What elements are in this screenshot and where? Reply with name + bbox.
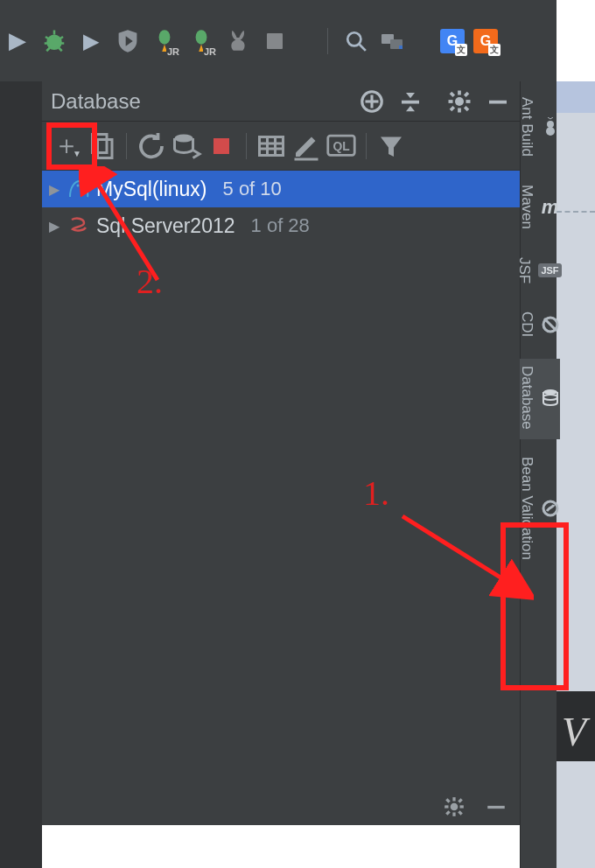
edit-button[interactable] xyxy=(290,130,322,162)
scroll-from-source-button[interactable] xyxy=(359,88,385,115)
minimize-button[interactable] xyxy=(485,88,511,115)
datasource-tree: ▶ MySql(linux) 5 of 10 ▶ Sql Server2012 … xyxy=(42,171,520,244)
collapse-all-button[interactable] xyxy=(397,88,424,115)
rail-tab-ant[interactable]: Ant Build xyxy=(518,90,560,167)
toolbar-separator xyxy=(246,133,247,159)
datasource-row[interactable]: ▶ MySql(linux) 5 of 10 xyxy=(42,171,520,207)
svg-point-43 xyxy=(175,134,193,142)
footer-settings-button[interactable] xyxy=(443,795,466,818)
bg-strip xyxy=(556,246,595,305)
svg-line-36 xyxy=(451,93,454,96)
rail-tab-cdi[interactable]: CDI xyxy=(518,304,560,347)
rail-tab-jsf[interactable]: JSF JSF xyxy=(515,250,561,294)
svg-text:QL: QL xyxy=(332,139,350,153)
svg-point-0 xyxy=(48,35,61,48)
bg-letter: V xyxy=(562,709,586,755)
console-button[interactable]: QL xyxy=(326,130,357,162)
svg-point-55 xyxy=(451,803,458,811)
svg-line-18 xyxy=(548,117,550,119)
svg-line-39 xyxy=(451,107,454,110)
datasource-name: MySql(linux) xyxy=(96,178,207,201)
annotation-label-2: 2. xyxy=(136,261,163,302)
search-button[interactable] xyxy=(342,27,370,55)
maven-icon: m xyxy=(541,198,560,217)
settings-button[interactable] xyxy=(446,88,472,115)
profiler-jr2-button[interactable]: JR xyxy=(187,27,215,55)
datasource-row[interactable]: ▶ Sql Server2012 1 of 28 xyxy=(42,207,520,244)
footer-minimize-button[interactable] xyxy=(485,795,508,818)
sqlserver-icon xyxy=(66,214,89,237)
play-disabled-icon: ▶ xyxy=(77,27,105,55)
toolbar-separator xyxy=(126,133,127,159)
svg-point-23 xyxy=(543,395,557,400)
svg-line-6 xyxy=(46,47,50,51)
rail-label: Database xyxy=(518,366,536,430)
bg-strip xyxy=(556,305,595,486)
debug-button[interactable] xyxy=(40,27,68,55)
rail-label: CDI xyxy=(518,312,536,337)
rabbit-icon[interactable] xyxy=(224,27,252,55)
svg-line-7 xyxy=(59,47,62,51)
svg-line-19 xyxy=(550,117,553,119)
svg-rect-40 xyxy=(489,100,507,103)
svg-line-61 xyxy=(458,811,461,814)
google-translate-orange-icon[interactable]: G文 xyxy=(473,29,498,53)
datasource-count: 5 of 10 xyxy=(223,178,282,200)
expand-caret-icon[interactable]: ▶ xyxy=(49,218,60,234)
sync-button[interactable] xyxy=(171,130,202,162)
left-gutter xyxy=(0,81,42,868)
svg-point-17 xyxy=(546,127,555,136)
bg-strip xyxy=(556,113,595,246)
expand-caret-icon[interactable]: ▶ xyxy=(49,181,60,198)
datasource-count: 1 of 28 xyxy=(251,214,310,237)
bg-strip xyxy=(556,81,595,113)
project-structure-button[interactable] xyxy=(379,27,407,55)
svg-line-37 xyxy=(465,107,468,110)
panel-footer xyxy=(443,795,508,818)
annotation-box-add xyxy=(46,122,97,170)
toolbar-separator xyxy=(327,28,328,54)
rail-tab-maven[interactable]: m Maven xyxy=(518,178,560,240)
svg-point-54 xyxy=(77,185,80,187)
svg-rect-28 xyxy=(402,100,419,103)
run-button[interactable]: ▶ xyxy=(4,27,32,55)
refresh-button[interactable] xyxy=(136,130,167,162)
rail-tab-database[interactable]: Database xyxy=(518,359,560,440)
panel-header: Database xyxy=(42,81,520,122)
svg-line-63 xyxy=(446,811,449,814)
svg-rect-44 xyxy=(260,136,284,155)
table-view-button[interactable] xyxy=(256,130,287,162)
svg-point-11 xyxy=(347,32,360,46)
rail-label: Maven xyxy=(518,185,536,229)
coverage-button[interactable] xyxy=(114,27,142,55)
profiler-jr1-button[interactable]: JR xyxy=(150,27,178,55)
svg-line-62 xyxy=(458,799,461,802)
annotation-box-database-tab xyxy=(500,522,569,690)
database-panel: Database ＋▼ QL ▶ MySql(linux) 5 of 10 ▶ … xyxy=(42,81,520,825)
svg-point-16 xyxy=(547,121,554,128)
cdi-icon xyxy=(541,315,560,334)
rail-label: Ant Build xyxy=(518,97,536,157)
svg-rect-64 xyxy=(487,806,505,808)
svg-marker-49 xyxy=(296,136,316,157)
svg-marker-29 xyxy=(406,93,415,98)
main-toolbar: ▶ ▶ JR JR G文 G文 xyxy=(0,0,556,81)
svg-line-38 xyxy=(465,93,468,96)
tool-window-rail: Ant Build m Maven JSF JSF CDI Database B… xyxy=(520,81,556,868)
svg-rect-42 xyxy=(98,139,113,158)
svg-marker-53 xyxy=(381,136,402,157)
filter-button[interactable] xyxy=(375,130,407,162)
stop-button[interactable] xyxy=(261,27,289,55)
svg-line-12 xyxy=(359,44,366,51)
database-icon xyxy=(541,388,560,407)
svg-marker-30 xyxy=(406,106,415,111)
toolbar-separator xyxy=(366,133,367,159)
stop-sync-button[interactable] xyxy=(206,130,237,162)
ant-icon xyxy=(541,117,560,136)
annotation-label-1: 1. xyxy=(363,472,389,514)
panel-title: Database xyxy=(51,89,346,114)
svg-rect-15 xyxy=(399,46,402,49)
svg-point-31 xyxy=(455,97,464,106)
mysql-icon xyxy=(66,178,89,200)
google-translate-blue-icon[interactable]: G文 xyxy=(440,29,465,53)
